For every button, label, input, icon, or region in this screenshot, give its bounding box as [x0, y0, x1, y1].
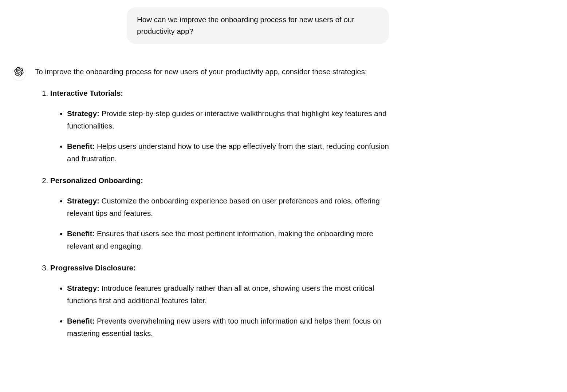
benefit-text: Prevents overwhelming new users with too…	[67, 317, 381, 337]
strategy-item: Personalized Onboarding: Strategy: Custo…	[50, 175, 392, 252]
strategy-label: Strategy:	[67, 197, 99, 205]
strategy-item: Interactive Tutorials: Strategy: Provide…	[50, 87, 392, 165]
chat-container: How can we improve the onboarding proces…	[0, 0, 567, 357]
assistant-intro-text: To improve the onboarding process for ne…	[35, 66, 392, 78]
strategy-point: Strategy: Provide step-by-step guides or…	[67, 107, 392, 132]
strategy-text: Provide step-by-step guides or interacti…	[67, 109, 386, 130]
strategy-point: Strategy: Customize the onboarding exper…	[67, 195, 392, 219]
strategy-title: Personalized Onboarding:	[50, 176, 143, 185]
strategy-details: Strategy: Introduce features gradually r…	[50, 282, 392, 339]
user-message-bubble[interactable]: How can we improve the onboarding proces…	[127, 7, 389, 44]
user-message-row: How can we improve the onboarding proces…	[7, 7, 552, 44]
strategy-item: Progressive Disclosure: Strategy: Introd…	[50, 262, 392, 339]
benefit-label: Benefit:	[67, 317, 95, 325]
strategy-details: Strategy: Customize the onboarding exper…	[50, 195, 392, 252]
benefit-label: Benefit:	[67, 142, 95, 150]
strategy-label: Strategy:	[67, 284, 99, 292]
assistant-message-row: To improve the onboarding process for ne…	[7, 66, 552, 350]
strategies-list: Interactive Tutorials: Strategy: Provide…	[35, 87, 392, 339]
benefit-text: Ensures that users see the most pertinen…	[67, 229, 373, 250]
strategy-text: Customize the onboarding experience base…	[67, 197, 380, 217]
benefit-point: Benefit: Ensures that users see the most…	[67, 227, 392, 252]
benefit-label: Benefit:	[67, 229, 95, 238]
strategy-details: Strategy: Provide step-by-step guides or…	[50, 107, 392, 165]
benefit-point: Benefit: Prevents overwhelming new users…	[67, 315, 392, 340]
strategy-point: Strategy: Introduce features gradually r…	[67, 282, 392, 307]
benefit-point: Benefit: Helps users understand how to u…	[67, 140, 392, 165]
strategy-text: Introduce features gradually rather than…	[67, 284, 374, 305]
strategy-label: Strategy:	[67, 109, 99, 118]
strategy-title: Interactive Tutorials:	[50, 89, 123, 97]
strategy-title: Progressive Disclosure:	[50, 264, 136, 272]
openai-logo-icon	[14, 67, 24, 80]
benefit-text: Helps users understand how to use the ap…	[67, 142, 389, 163]
assistant-avatar	[12, 66, 26, 81]
assistant-message-content[interactable]: To improve the onboarding process for ne…	[35, 66, 392, 350]
